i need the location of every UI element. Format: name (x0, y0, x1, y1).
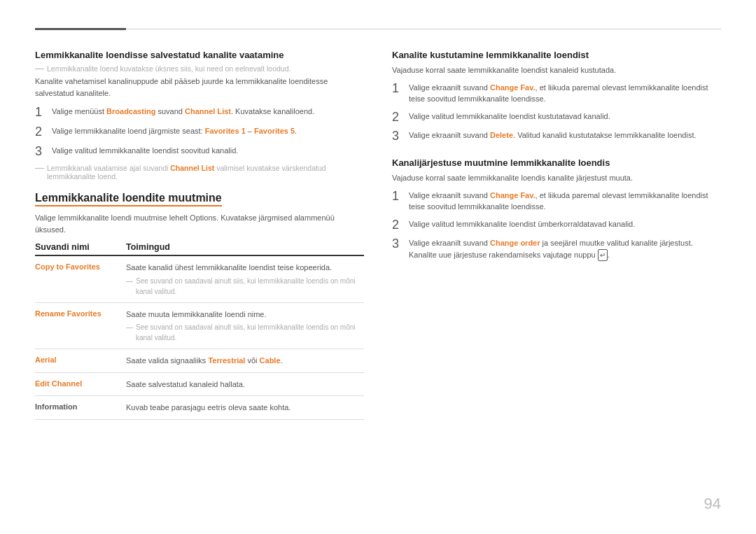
section-vaatamine: Lemmikkanalite loendisse salvestatud kan… (35, 50, 364, 181)
step-k-num-1: 1 (392, 82, 403, 96)
row-desc-copy: Saate kanalid ühest lemmikkanalite loend… (126, 262, 364, 297)
section-vaatamine-body: Kanalite vahetamisel kanalinuppude abil … (35, 76, 364, 99)
step-k2-text: Valige valitud lemmikkanalite loendist k… (409, 111, 721, 122)
bold-fav5: Favorites 5 (254, 127, 295, 135)
col-header-toimingud: Toimingud (126, 242, 364, 252)
bold-changefav-k1: Change Fav. (490, 83, 536, 92)
step-k3-text: Valige ekraanilt suvand Delete. Valitud … (409, 129, 721, 141)
bold-cable: Cable (260, 356, 281, 365)
sub-note-copy: — See suvand on saadaval ainult siis, ku… (126, 276, 364, 297)
right-column: Kanalite kustutamine lemmikkanalite loen… (392, 50, 721, 426)
note2-text: Lemmikkanali vaatamise ajal suvandi Chan… (47, 164, 364, 181)
note-dash-1: — (35, 64, 44, 73)
thin-line (126, 29, 721, 29)
section-vaatamine-note2: — Lemmikkanali vaatamise ajal suvandi Ch… (35, 164, 364, 181)
section-vaatamine-title: Lemmikkanalite loendisse salvestatud kan… (35, 50, 364, 60)
section-kustutamine-title: Kanalite kustutamine lemmikkanalite loen… (392, 50, 721, 60)
sub-note-text-rename: See suvand on saadaval ainult siis, kui … (136, 322, 364, 343)
row-name-aerial: Aerial (35, 355, 126, 364)
row-name-rename: Rename Favorites (35, 309, 126, 318)
thick-line (35, 28, 126, 30)
bold-channellist-2: Channel List (170, 164, 214, 172)
row-name-editchannel: Edit Channel (35, 379, 126, 388)
step-num-2: 2 (35, 125, 46, 139)
row-desc-rename: Saate muuta lemmikkanalite loendi nime. … (126, 309, 364, 344)
step-k1: 1 Valige ekraanilt suvand Change Fav., e… (392, 82, 721, 105)
enter-icon: ↵ (598, 249, 608, 261)
step-k2: 2 Valige valitud lemmikkanalite loendist… (392, 111, 721, 125)
step-j-num-3: 3 (392, 237, 403, 251)
step-j2: 2 Valige valitud lemmikkanalite loendist… (392, 218, 721, 232)
bold-broadcasting: Broadcasting (106, 107, 155, 115)
section-kustutamine: Kanalite kustutamine lemmikkanalite loen… (392, 50, 721, 143)
table-row-rename: Rename Favorites Saate muuta lemmikkanal… (35, 303, 364, 350)
note-dash-2: — (35, 163, 44, 172)
table-row-editchannel: Edit Channel Saate salvestatud kanaleid … (35, 373, 364, 397)
sub-note-text-copy: See suvand on saadaval ainult siis, kui … (136, 276, 364, 297)
page-number: 94 (704, 495, 721, 513)
step-2-text: Valige lemmikkanalite loend järgmiste se… (52, 125, 364, 137)
step-1-vaatamine: 1 Valige menüüst Broadcasting suvand Cha… (35, 106, 364, 120)
bold-terrestrial: Terrestrial (208, 356, 245, 365)
row-desc-information: Kuvab teabe parasjagu eetris oleva saate… (126, 402, 364, 414)
section-muutmine: Lemmikkanalite loendite muutmine Valige … (35, 192, 364, 420)
col-header-suvand: Suvandi nimi (35, 242, 126, 252)
table-header: Suvandi nimi Toimingud (35, 242, 364, 256)
step-j-num-2: 2 (392, 218, 403, 232)
step-k1-text: Valige ekraanilt suvand Change Fav., et … (409, 82, 721, 105)
step-j2-text: Valige valitud lemmikkanalite loendist ü… (409, 218, 721, 230)
two-column-layout: Lemmikkanalite loendisse salvestatud kan… (35, 50, 721, 426)
bold-fav1: Favorites 1 (205, 127, 246, 135)
step-2-vaatamine: 2 Valige lemmikkanalite loend järgmiste … (35, 125, 364, 139)
bold-channellist-1: Channel List (185, 107, 231, 115)
bold-changeorder: Change order (490, 239, 540, 247)
row-desc-aerial: Saate valida signaaliiks Terrestrial või… (126, 355, 364, 367)
step-j-num-1: 1 (392, 190, 403, 204)
row-name-copy: Copy to Favorites (35, 262, 126, 271)
bold-delete: Delete (490, 131, 513, 139)
sub-note-rename: — See suvand on saadaval ainult siis, ku… (126, 322, 364, 343)
section-vaatamine-note1: — Lemmikkanalite loend kuvatakse üksnes … (35, 64, 364, 73)
note1-text: Lemmikkanalite loend kuvatakse üksnes si… (47, 64, 290, 73)
section-jarjestus: Kanalijärjestuse muutmine lemmikkanalite… (392, 157, 721, 261)
step-k-num-3: 3 (392, 129, 403, 143)
step-1-text: Valige menüüst Broadcasting suvand Chann… (52, 106, 364, 118)
row-desc-editchannel: Saate salvestatud kanaleid hallata. (126, 379, 364, 391)
step-3-vaatamine: 3 Valige valitud lemmikkanalite loendist… (35, 145, 364, 159)
bold-changefav-j1: Change Fav. (490, 191, 536, 199)
step-k3: 3 Valige ekraanilt suvand Delete. Valitu… (392, 129, 721, 143)
step-num-1: 1 (35, 106, 46, 120)
step-3-text: Valige valitud lemmikkanalite loendist s… (52, 145, 364, 157)
step-k-num-2: 2 (392, 111, 403, 125)
step-j1: 1 Valige ekraanilt suvand Change Fav., e… (392, 190, 721, 213)
sub-note-dash-copy: — (126, 276, 133, 286)
top-decoration (35, 28, 721, 30)
step-num-3: 3 (35, 145, 46, 159)
left-column: Lemmikkanalite loendisse salvestatud kan… (35, 50, 364, 426)
section-kustutamine-body: Vajaduse korral saate lemmikkanalite loe… (392, 64, 721, 76)
section-jarjestus-title: Kanalijärjestuse muutmine lemmikkanalite… (392, 157, 721, 168)
table-row-aerial: Aerial Saate valida signaaliiks Terrestr… (35, 349, 364, 373)
sub-note-dash-rename: — (126, 322, 133, 332)
step-j1-text: Valige ekraanilt suvand Change Fav., et … (409, 190, 721, 213)
step-j3: 3 Valige ekraanilt suvand Change order j… (392, 237, 721, 261)
page: Lemmikkanalite loendisse salvestatud kan… (0, 0, 756, 534)
step-j3-text: Valige ekraanilt suvand Change order ja … (409, 237, 721, 261)
table-row-information: Information Kuvab teabe parasjagu eetris… (35, 396, 364, 420)
section-jarjestus-body: Vajaduse korral saate lemmikkanalite loe… (392, 172, 721, 184)
row-name-information: Information (35, 402, 126, 411)
table-row-copy: Copy to Favorites Saate kanalid ühest le… (35, 256, 364, 303)
section-muutmine-body: Valige lemmikkanalite loendi muutmise le… (35, 212, 364, 235)
section-muutmine-title: Lemmikkanalite loendite muutmine (35, 192, 222, 206)
